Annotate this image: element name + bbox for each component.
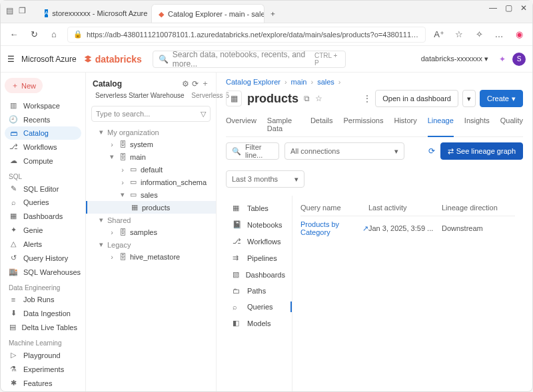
nav-playground[interactable]: ▷Playground xyxy=(5,348,81,362)
nav-workspace[interactable]: ▥Workspace xyxy=(5,98,81,112)
extensions-icon[interactable]: ✧ xyxy=(472,29,486,39)
assistant-icon[interactable]: ✦ xyxy=(499,55,506,64)
nav-queries[interactable]: ⌕Queries xyxy=(5,196,81,209)
see-lineage-graph-button[interactable]: ⇄See lineage graph xyxy=(440,142,523,160)
tab-quality[interactable]: Quality xyxy=(500,112,523,136)
col-last-activity[interactable]: Last activity xyxy=(368,204,442,212)
favorite-icon[interactable]: ☆ xyxy=(452,29,466,39)
profile-icon[interactable]: ▤ xyxy=(6,6,13,15)
nav-compute[interactable]: ☁Compute xyxy=(5,154,81,168)
catalog-search[interactable]: Type to search... ▽ xyxy=(91,106,211,122)
entity-queries[interactable]: ⌕Queries xyxy=(226,299,292,315)
tabs-icon[interactable]: ❐ xyxy=(19,6,26,15)
close-window-icon[interactable]: ✕ xyxy=(520,3,527,13)
entity-dashboards[interactable]: ▧Dashboards xyxy=(226,266,292,283)
search-shortcut: CTRL + P xyxy=(314,52,340,67)
crumb-main[interactable]: main xyxy=(291,78,307,86)
tab-overview[interactable]: Overview xyxy=(226,112,257,136)
last-activity: Jan 3, 2025, 3:59 ... xyxy=(368,224,442,232)
filter-lineage-input[interactable]: 🔍Filter line... xyxy=(226,142,279,160)
tree-schema-default[interactable]: ›▭default xyxy=(86,163,216,176)
menu-icon[interactable]: ☰ xyxy=(7,55,15,64)
tab-permissions[interactable]: Permissions xyxy=(344,112,384,136)
gear-icon[interactable]: ⚙ xyxy=(182,79,189,89)
create-button[interactable]: Create ▾ xyxy=(480,90,523,107)
browser-tab-azure[interactable]: A storexxxxxx - Microsoft Azure✕ xyxy=(38,4,151,23)
nav-workflows[interactable]: ⎇Workflows xyxy=(5,140,81,154)
refresh-icon[interactable]: ⟳ xyxy=(192,79,199,89)
timerange-select[interactable]: Last 3 months▾ xyxy=(226,170,304,188)
new-tab-button[interactable]: ＋ xyxy=(265,4,280,23)
entity-pipelines[interactable]: ⇉Pipelines xyxy=(226,250,292,266)
tree-catalog-system[interactable]: ›🗄system xyxy=(86,138,216,150)
more-menu[interactable]: ⋮ xyxy=(363,94,371,103)
tab-details[interactable]: Details xyxy=(310,112,333,136)
maximize-icon[interactable]: ▢ xyxy=(505,3,512,13)
nav-experiments[interactable]: ⚗Experiments xyxy=(5,362,81,376)
databricks-logo[interactable]: databricks xyxy=(83,54,142,65)
connections-select[interactable]: All connections▾ xyxy=(284,142,404,160)
tab-sample-data[interactable]: Sample Data xyxy=(267,112,300,136)
nav-sql-warehouses[interactable]: 🏬SQL Warehouses xyxy=(5,265,81,279)
entity-paths[interactable]: 🗀Paths xyxy=(226,283,292,299)
tree-catalog-main[interactable]: ▾🗄main xyxy=(86,150,216,163)
tree-group-shared[interactable]: ▾Shared xyxy=(86,214,216,226)
url-field[interactable]: 🔒 https://adb-4380111210078101.1.azureda… xyxy=(67,27,426,43)
nav-head-de: Data Engineering xyxy=(5,279,81,293)
more-icon[interactable]: … xyxy=(492,29,506,39)
tree-schema-info[interactable]: ›▭information_schema xyxy=(86,176,216,188)
tree-group-legacy[interactable]: ▾Legacy xyxy=(86,238,216,251)
global-search[interactable]: 🔍 Search data, notebooks, recents, and m… xyxy=(153,51,346,68)
nav-job-runs[interactable]: ≡Job Runs xyxy=(5,293,81,306)
read-aloud-icon[interactable]: A⁺ xyxy=(432,29,446,39)
col-direction[interactable]: Lineage direction xyxy=(442,204,515,212)
nav-dlt[interactable]: ▤Delta Live Tables xyxy=(5,320,81,334)
nav-catalog[interactable]: 🗃Catalog xyxy=(5,126,81,140)
nav-dashboards[interactable]: ▦Dashboards xyxy=(5,209,81,223)
reload-button[interactable]: ↻ xyxy=(27,29,41,39)
avatar[interactable]: S xyxy=(512,53,526,66)
nav-query-history[interactable]: ↺Query History xyxy=(5,251,81,265)
add-icon[interactable]: ＋ xyxy=(201,78,209,89)
detail-tabs: Overview Sample Data Details Permissions… xyxy=(226,112,523,137)
tree-catalog-samples[interactable]: ›🗄samples xyxy=(86,226,216,238)
nav-features[interactable]: ✱Features xyxy=(5,376,81,390)
tab-history[interactable]: History xyxy=(394,112,416,136)
left-nav: ＋New ▥Workspace 🕘Recents 🗃Catalog ⎇Workf… xyxy=(1,73,86,391)
refresh-lineage-icon[interactable]: ⟳ xyxy=(428,146,435,156)
nav-recents[interactable]: 🕘Recents xyxy=(5,112,81,126)
entity-workflows[interactable]: ⎇Workflows xyxy=(226,233,292,250)
tree-catalog-hive[interactable]: ›🗄hive_metastore xyxy=(86,251,216,263)
crumb-root[interactable]: Catalog Explorer xyxy=(226,78,280,86)
entity-notebooks[interactable]: 📓Notebooks xyxy=(226,216,292,233)
nav-sql-editor[interactable]: ✎SQL Editor xyxy=(5,182,81,196)
star-icon[interactable]: ☆ xyxy=(315,94,322,103)
minimize-icon[interactable]: — xyxy=(489,3,497,13)
back-button[interactable]: ← xyxy=(7,29,21,39)
browser-tab-databricks[interactable]: ◆ Catalog Explorer - main - sales - p✕ xyxy=(151,4,265,23)
tree-group-org[interactable]: ▾My organization xyxy=(86,126,216,138)
crumb-sales[interactable]: sales xyxy=(317,78,334,86)
open-dashboard-dropdown[interactable]: ▾ xyxy=(462,90,476,107)
tab-lineage[interactable]: Lineage xyxy=(428,112,454,137)
nav-models[interactable]: ◧Models xyxy=(5,390,81,391)
nav-alerts[interactable]: △Alerts xyxy=(5,237,81,251)
table-type-icon: ▦ xyxy=(226,91,242,106)
open-dashboard-button[interactable]: Open in a dashboard xyxy=(375,90,458,107)
copy-icon[interactable]: ⧉ xyxy=(304,94,310,103)
entity-tables[interactable]: ▦Tables xyxy=(226,200,292,216)
filter-icon[interactable]: ▽ xyxy=(201,110,206,118)
tree-schema-sales[interactable]: ▾▭sales xyxy=(86,188,216,201)
nav-data-ingestion[interactable]: ⬇Data Ingestion xyxy=(5,306,81,320)
copilot-icon[interactable]: ◉ xyxy=(512,29,526,39)
col-query-name[interactable]: Query name xyxy=(300,204,368,212)
entity-models[interactable]: ◧Models xyxy=(226,315,292,331)
home-button[interactable]: ⌂ xyxy=(47,29,61,39)
warehouse-status[interactable]: Serverless Starter Warehouse Serverless … xyxy=(86,92,216,103)
tab-insights[interactable]: Insights xyxy=(464,112,490,136)
workspace-switcher[interactable]: databricks-xxxxxxx ▾ xyxy=(421,55,488,63)
nav-genie[interactable]: ✦Genie xyxy=(5,223,81,237)
new-button[interactable]: ＋New xyxy=(5,78,43,93)
tree-table-products[interactable]: ▦products xyxy=(86,201,216,214)
table-row[interactable]: Products by Category↗ Jan 3, 2025, 3:59 … xyxy=(300,216,515,240)
